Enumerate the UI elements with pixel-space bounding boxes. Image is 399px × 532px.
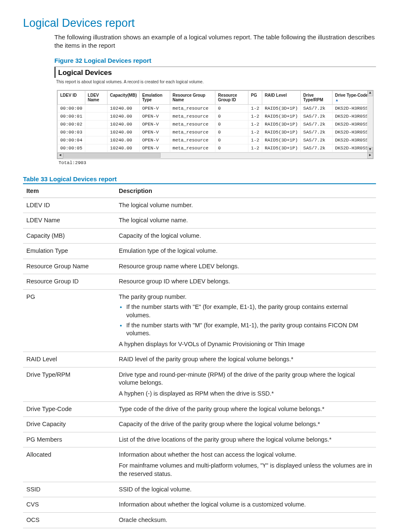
grid-header[interactable]: Drive Type-Code ▲ [332, 90, 373, 104]
grid-header[interactable]: RAID Level [262, 90, 300, 104]
desc-item: LDEV ID [23, 198, 115, 213]
grid-cell: 1-2 [248, 120, 262, 128]
grid-cell: RAID5(3D+1P) [262, 104, 300, 112]
grid-cell: OPEN-V [139, 128, 170, 136]
desc-row: Drive CapacityCapacity of the drive of t… [23, 417, 376, 432]
grid-cell: 1-2 [248, 136, 262, 144]
grid-cell: 10240.00 [107, 104, 140, 112]
grid-header[interactable]: Capacity(MB) [107, 90, 140, 104]
grid-cell: 00:00:01 [58, 112, 85, 120]
scrollbar-thumb[interactable] [63, 153, 161, 158]
desc-text: Type code of the drive of the parity gro… [115, 401, 376, 417]
desc-item: Allocated [23, 447, 115, 482]
desc-bullet: If the number starts with "M" (for examp… [126, 321, 373, 338]
desc-text: The logical volume name. [115, 213, 376, 229]
grid-header[interactable]: Resource Group ID [215, 90, 248, 104]
grid-cell: DKS2D-H3R0SS [332, 112, 373, 120]
desc-row: Resource Group IDResource group ID where… [23, 274, 376, 290]
desc-text: Resource group ID where LDEV belongs. [115, 274, 376, 290]
grid-row[interactable]: 00:00:0110240.00OPEN-Vmeta_resource01-2R… [58, 112, 373, 120]
scroll-right-icon[interactable]: ► [367, 153, 373, 159]
desc-item: Drive Type-Code [23, 401, 115, 417]
desc-item: LDEV Name [23, 213, 115, 229]
grid-cell: meta_resource [170, 128, 215, 136]
grid-cell: SAS/7.2k [301, 128, 332, 136]
grid-cell: 10240.00 [107, 144, 140, 152]
grid-cell [85, 104, 107, 112]
grid-cell [85, 128, 107, 136]
grid-cell: 1-2 [248, 128, 262, 136]
grid-cell: SAS/7.2k [301, 136, 332, 144]
grid-cell: 0 [215, 136, 248, 144]
grid-header[interactable]: Emulation Type [139, 90, 170, 104]
grid-cell: DKS2D-H3R0SS [332, 120, 373, 128]
desc-item: Capacity (MB) [23, 228, 115, 244]
scroll-up-icon[interactable]: ▲ [367, 90, 373, 96]
desc-text: RAID level of the parity group where the… [115, 352, 376, 368]
grid-cell: 00:00:03 [58, 128, 85, 136]
grid-cell: meta_resource [170, 120, 215, 128]
screenshot-subtitle: This report is about logical volumes. A … [56, 80, 376, 84]
grid-row[interactable]: 00:00:0510240.00OPEN-Vmeta_resource01-2R… [58, 144, 373, 152]
grid-header[interactable]: Drive Type/RPM [301, 90, 332, 104]
grid-cell: OPEN-V [139, 136, 170, 144]
desc-row: LDEV NameThe logical volume name. [23, 213, 376, 229]
desc-item: Drive Capacity [23, 417, 115, 432]
grid-header[interactable]: Resource Group Name [170, 90, 215, 104]
screenshot-grid: LDEV IDLDEV NameCapacity(MB)Emulation Ty… [57, 90, 373, 159]
grid-cell: meta_resource [170, 144, 215, 152]
grid-cell: DKS2D-H3R0SS [332, 136, 373, 144]
desc-text: List of the drive locations of the parit… [115, 432, 376, 447]
scroll-left-icon[interactable]: ◄ [57, 153, 63, 159]
description-table: Item Description LDEV IDThe logical volu… [23, 183, 376, 528]
grid-cell [85, 136, 107, 144]
horizontal-scrollbar[interactable]: ◄ ► [57, 152, 373, 159]
desc-row: OCSOracle checksum. [23, 513, 376, 528]
grid-cell: OPEN-V [139, 120, 170, 128]
desc-text: Resource group name where LDEV belongs. [115, 259, 376, 274]
desc-row: SSIDSSID of the logical volume. [23, 482, 376, 497]
desc-row: Resource Group NameResource group name w… [23, 259, 376, 274]
desc-text: SSID of the logical volume. [115, 482, 376, 497]
grid-cell: 0 [215, 120, 248, 128]
desc-item: PG Members [23, 432, 115, 447]
grid-row[interactable]: 00:00:0210240.00OPEN-Vmeta_resource01-2R… [58, 120, 373, 128]
grid-cell: 10240.00 [107, 136, 140, 144]
desc-header-desc: Description [115, 184, 376, 198]
grid-cell: SAS/7.2k [301, 120, 332, 128]
vertical-scrollbar[interactable]: ▲ ▼ [367, 90, 373, 153]
grid-row[interactable]: 00:00:0010240.00OPEN-Vmeta_resource01-2R… [58, 104, 373, 112]
grid-cell: RAID5(3D+1P) [262, 136, 300, 144]
desc-row: CVSInformation about whether the logical… [23, 497, 376, 513]
desc-text: Information about whether the host can a… [115, 447, 376, 482]
grid-cell: 00:00:00 [58, 104, 85, 112]
grid-cell: 10240.00 [107, 128, 140, 136]
grid-cell: 00:00:02 [58, 120, 85, 128]
grid-cell: OPEN-V [139, 144, 170, 152]
grid-cell: DKS2D-H3R0SS [332, 104, 373, 112]
grid-header[interactable]: LDEV Name [85, 90, 107, 104]
desc-item: Drive Type/RPM [23, 367, 115, 401]
desc-item: CVS [23, 497, 115, 513]
figure-caption: Figure 32 Logical Devices report [54, 57, 376, 64]
grid-cell: 0 [215, 144, 248, 152]
grid-header[interactable]: PG [248, 90, 262, 104]
desc-text: The parity group number.If the number st… [115, 289, 376, 352]
desc-text: Capacity of the drive of the parity grou… [115, 417, 376, 432]
grid-cell: 0 [215, 104, 248, 112]
grid-cell: 1-2 [248, 144, 262, 152]
grid-header[interactable]: LDEV ID [58, 90, 85, 104]
grid-cell [85, 120, 107, 128]
desc-text: The logical volume number. [115, 198, 376, 213]
desc-text: Drive type and round-per-minute (RPM) of… [115, 367, 376, 401]
scroll-down-icon[interactable]: ▼ [367, 147, 373, 153]
sort-asc-icon: ▲ [335, 98, 339, 102]
grid-cell: RAID5(3D+1P) [262, 144, 300, 152]
grid-row[interactable]: 00:00:0310240.00OPEN-Vmeta_resource01-2R… [58, 128, 373, 136]
grid-cell: RAID5(3D+1P) [262, 112, 300, 120]
grid-row[interactable]: 00:00:0410240.00OPEN-Vmeta_resource01-2R… [58, 136, 373, 144]
screenshot-title: Logical Devices [58, 69, 373, 77]
desc-item: PG [23, 289, 115, 352]
desc-bullet: If the number starts with "E" (for examp… [126, 303, 373, 319]
desc-text: Capacity of the logical volume. [115, 228, 376, 244]
